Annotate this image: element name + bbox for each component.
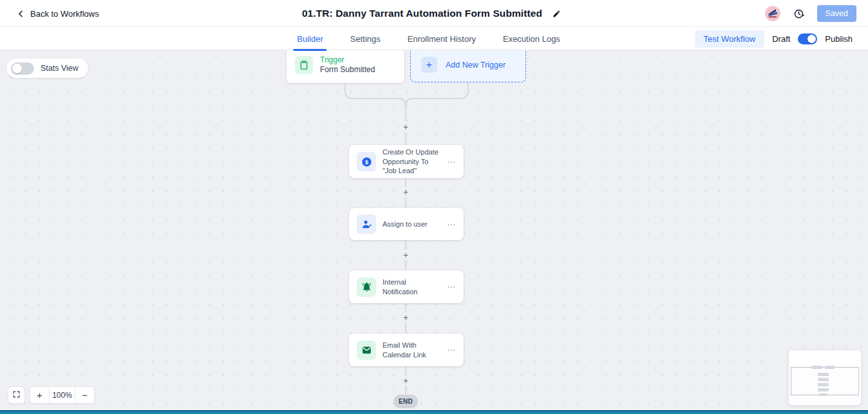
- node-label: Internal Notification: [382, 278, 439, 297]
- node-menu-button[interactable]: ⋯: [446, 220, 457, 229]
- bell-icon: [357, 278, 376, 297]
- clipboard-icon: [295, 56, 313, 74]
- node-menu-button[interactable]: ⋯: [446, 345, 457, 355]
- node-label: Create Or Update Opportunity To "Job Lea…: [382, 147, 439, 176]
- zoom-out-button[interactable]: −: [75, 387, 94, 403]
- minimap-viewport: [791, 367, 859, 395]
- add-new-trigger-label: Add New Trigger: [446, 61, 505, 70]
- zoom-level: 100%: [49, 387, 75, 403]
- header: Back to Workflows 01.TR: Danny Tarrant A…: [0, 0, 868, 27]
- bottom-accent-bar: [0, 410, 868, 414]
- svg-text:$: $: [365, 158, 368, 165]
- tabbar-right-controls: Test Workflow Draft Publish: [695, 27, 853, 50]
- tab-bar: Builder Settings Enrollment History Exec…: [0, 27, 868, 50]
- minimap-node: [811, 366, 822, 369]
- minimap-node: [825, 366, 835, 369]
- toggle-knob: [807, 35, 816, 43]
- header-right-controls: Saved: [765, 0, 856, 27]
- node-menu-button[interactable]: ⋯: [446, 157, 457, 167]
- trigger-text: Trigger Form Submitted: [320, 55, 375, 75]
- assign-user-icon: [357, 214, 376, 234]
- minimap-node: [818, 373, 829, 376]
- add-step-button[interactable]: +: [401, 312, 411, 323]
- back-to-workflows-link[interactable]: Back to Workflows: [17, 0, 99, 27]
- expand-icon: [12, 390, 21, 401]
- workflow-canvas[interactable]: Stats View Trigger Form Submitted + Add …: [0, 50, 868, 410]
- action-node-email-calendar[interactable]: Email With Calendar Link ⋯: [349, 334, 464, 366]
- minimap-node: [818, 378, 829, 381]
- publish-toggle[interactable]: [798, 33, 817, 44]
- toggle-knob: [12, 64, 22, 73]
- trigger-subtitle: Form Submitted: [320, 65, 375, 75]
- minimap-node: [819, 393, 827, 396]
- add-step-button[interactable]: +: [401, 250, 411, 260]
- saved-button[interactable]: Saved: [817, 5, 856, 22]
- add-step-button[interactable]: +: [401, 187, 411, 197]
- tab-enrollment-history[interactable]: Enrollment History: [404, 27, 480, 50]
- stats-view-toggle[interactable]: [11, 62, 34, 75]
- add-step-button[interactable]: +: [401, 375, 411, 386]
- chevron-left-icon: [17, 10, 25, 18]
- add-step-button[interactable]: +: [401, 122, 411, 132]
- workflow-title: 01.TR: Danny Tarrant Automation Form Sub…: [302, 8, 542, 19]
- stats-view-label: Stats View: [41, 64, 79, 73]
- end-node: END: [393, 395, 418, 408]
- edit-title-icon[interactable]: [552, 10, 561, 18]
- tabs-group: Builder Settings Enrollment History Exec…: [293, 27, 564, 50]
- trigger-title: Trigger: [320, 55, 375, 65]
- tab-settings[interactable]: Settings: [346, 27, 384, 50]
- stats-view-control[interactable]: Stats View: [6, 59, 88, 78]
- minimap-node: [818, 388, 829, 391]
- email-icon: [357, 341, 376, 360]
- zoom-in-button[interactable]: +: [30, 387, 49, 403]
- zoom-controls: + 100% −: [30, 386, 95, 404]
- tab-builder[interactable]: Builder: [293, 27, 326, 50]
- account-avatar[interactable]: [765, 6, 780, 21]
- back-label: Back to Workflows: [30, 9, 99, 19]
- add-new-trigger-button[interactable]: + Add New Trigger: [410, 50, 526, 82]
- node-label: Assign to user: [382, 220, 439, 229]
- minimap-node: [818, 383, 829, 386]
- test-workflow-button[interactable]: Test Workflow: [695, 30, 765, 48]
- tab-execution-logs[interactable]: Execution Logs: [499, 27, 564, 50]
- fit-view-button[interactable]: [8, 386, 25, 404]
- action-node-opportunity[interactable]: $ Create Or Update Opportunity To "Job L…: [349, 145, 464, 178]
- dollar-circle-icon: $: [357, 152, 376, 171]
- publish-label: Publish: [825, 34, 853, 44]
- trigger-node[interactable]: Trigger Form Submitted: [287, 50, 404, 83]
- workflow-title-group: 01.TR: Danny Tarrant Automation Form Sub…: [302, 0, 561, 27]
- draft-label: Draft: [772, 34, 790, 44]
- node-menu-button[interactable]: ⋯: [446, 282, 457, 292]
- action-node-assign-user[interactable]: Assign to user ⋯: [349, 208, 464, 240]
- history-icon[interactable]: [793, 8, 804, 19]
- minimap[interactable]: [788, 350, 862, 406]
- action-node-internal-notification[interactable]: Internal Notification ⋯: [349, 270, 464, 303]
- node-label: Email With Calendar Link: [382, 341, 439, 360]
- plus-icon: +: [421, 57, 437, 73]
